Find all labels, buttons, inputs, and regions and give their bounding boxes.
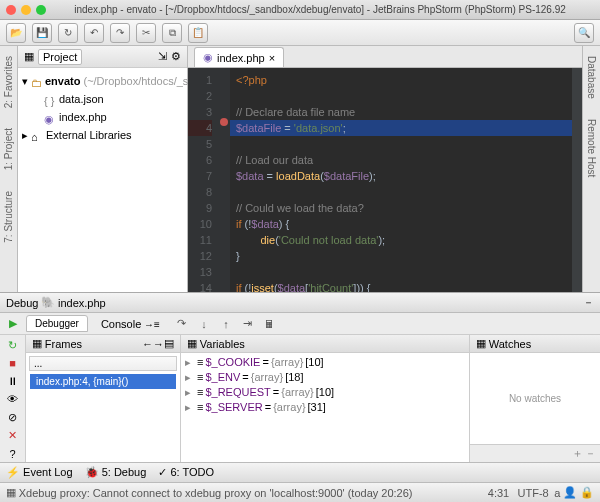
variables-panel: ▦ Variables ▸≡ $_COOKIE = {array} [10] ▸… <box>181 335 470 462</box>
tab-debugger[interactable]: Debugger <box>26 315 88 332</box>
run-to-cursor-button[interactable]: ⇥ <box>239 315 257 333</box>
tree-file-json[interactable]: { } data.json <box>20 90 185 108</box>
minimize-icon[interactable] <box>21 5 31 15</box>
root-label: envato <box>45 73 80 89</box>
frames-panel: ▦ Frames ← → ▤ ... index.php:4, {main}() <box>26 335 181 462</box>
tree-root[interactable]: ▾ 🗀 envato (~/Dropbox/htdocs/_sandbox/xd… <box>20 72 185 90</box>
bottom-toolbar: ⚡ Event Log 🐞 5: Debug ✓ 6: TODO <box>0 462 600 482</box>
editor-tabs: ◉ index.php × <box>188 46 582 68</box>
close-button[interactable]: ✕ <box>3 428 23 444</box>
debug-header: Debug 🐘 index.php － <box>0 293 600 313</box>
chevron-down-icon: ▾ <box>22 73 28 89</box>
collapse-icon[interactable]: ⇲ <box>158 50 167 63</box>
watches-footer: ＋ － <box>470 444 600 462</box>
breakpoint-gutter[interactable] <box>218 68 230 292</box>
todo-button[interactable]: ✓ 6: TODO <box>158 466 214 479</box>
watches-empty: No watches <box>470 353 600 444</box>
minimize-icon[interactable]: － <box>583 295 594 310</box>
zoom-icon[interactable] <box>36 5 46 15</box>
line-gutter: 123 4 567 8910 111213 141516 <box>188 68 218 292</box>
file-label: data.json <box>59 91 104 107</box>
undo-button[interactable]: ↶ <box>84 23 104 43</box>
gear-icon[interactable]: ⚙ <box>171 50 181 63</box>
view-breakpoints-button[interactable]: 👁 <box>3 391 23 407</box>
search-button[interactable]: 🔍 <box>574 23 594 43</box>
step-into-button[interactable]: ↓ <box>195 315 213 333</box>
debug-tool-button[interactable]: 🐞 5: Debug <box>85 466 147 479</box>
remote-host-tab[interactable]: Remote Host <box>586 119 597 177</box>
stop-button[interactable]: ■ <box>3 355 23 371</box>
thread-selector[interactable]: ... <box>29 356 177 371</box>
layout-icon: ▦ <box>32 337 42 350</box>
cut-button[interactable]: ✂ <box>136 23 156 43</box>
frames-title: Frames <box>45 338 82 350</box>
refresh-button[interactable]: ↻ <box>58 23 78 43</box>
code-body[interactable]: <?php // Declare data file name $dataFil… <box>230 68 572 292</box>
layout-icon: ▦ <box>187 337 197 350</box>
close-icon[interactable] <box>6 5 16 15</box>
open-button[interactable]: 📂 <box>6 23 26 43</box>
tree-external[interactable]: ▸ ⌂ External Libraries <box>20 126 185 144</box>
php-icon: ◉ <box>44 111 56 123</box>
var-row[interactable]: ▸≡ $_SERVER = {array} [31] <box>183 400 467 415</box>
help-button[interactable]: ? <box>3 446 23 462</box>
frame-item[interactable]: index.php:4, {main}() <box>30 374 176 389</box>
window-controls <box>6 5 46 15</box>
frames-menu-icon[interactable]: ▤ <box>164 337 174 350</box>
project-tool-tab[interactable]: 1: Project <box>3 128 14 170</box>
remove-watch-button[interactable]: － <box>585 446 596 461</box>
insert-icon[interactable]: a <box>554 487 560 499</box>
project-tree[interactable]: ▾ 🗀 envato (~/Dropbox/htdocs/_sandbox/xd… <box>18 68 187 148</box>
next-frame-button[interactable]: → <box>153 338 164 350</box>
step-over-button[interactable]: ↷ <box>173 315 191 333</box>
encoding[interactable]: UTF-8 <box>518 487 549 499</box>
var-row[interactable]: ▸≡ $_COOKIE = {array} [10] <box>183 355 467 370</box>
error-stripe[interactable] <box>572 68 582 292</box>
mute-breakpoints-button[interactable]: ⊘ <box>3 410 23 426</box>
resume-button[interactable]: ▶ <box>4 315 22 333</box>
breakpoint-icon[interactable] <box>220 118 228 126</box>
step-out-button[interactable]: ↑ <box>217 315 235 333</box>
tab-console[interactable]: Console →≡ <box>92 315 169 333</box>
frames-header: ▦ Frames ← → ▤ <box>26 335 180 353</box>
layout-icon: ▦ <box>476 337 486 350</box>
debug-title: Debug <box>6 297 38 309</box>
project-view-select[interactable]: Project <box>38 49 82 65</box>
variables-title: Variables <box>200 338 245 350</box>
var-row[interactable]: ▸≡ $_REQUEST = {array} [10] <box>183 385 467 400</box>
folder-icon: 🗀 <box>31 75 42 87</box>
close-icon[interactable]: × <box>269 52 275 64</box>
code-editor[interactable]: 123 4 567 8910 111213 141516 <?php // De… <box>188 68 582 292</box>
copy-button[interactable]: ⧉ <box>162 23 182 43</box>
watches-title: Watches <box>489 338 531 350</box>
editor-area: ◉ index.php × 123 4 567 8910 111213 1415… <box>188 46 582 292</box>
redo-button[interactable]: ↷ <box>110 23 130 43</box>
caret-position[interactable]: 4:31 <box>488 487 509 499</box>
paste-button[interactable]: 📋 <box>188 23 208 43</box>
structure-tab[interactable]: 7: Structure <box>3 191 14 243</box>
lock-icon[interactable]: 🔒 <box>580 486 594 499</box>
tree-file-php[interactable]: ◉ index.php <box>20 108 185 126</box>
var-row[interactable]: ▸≡ $_ENV = {array} [18] <box>183 370 467 385</box>
frames-list[interactable]: ... index.php:4, {main}() <box>26 353 180 462</box>
add-watch-button[interactable]: ＋ <box>572 446 583 461</box>
watches-panel: ▦ Watches No watches ＋ － <box>470 335 600 462</box>
hector-icon[interactable]: 👤 <box>563 486 577 499</box>
tab-index-php[interactable]: ◉ index.php × <box>194 47 284 67</box>
chevron-right-icon: ▸ <box>22 127 28 143</box>
prev-frame-button[interactable]: ← <box>142 338 153 350</box>
debug-tabbar: ▶ Debugger Console →≡ ↷ ↓ ↑ ⇥ 🖩 <box>0 313 600 335</box>
main-area: 2: Favorites 1: Project 7: Structure ▦ P… <box>0 46 600 292</box>
event-log-button[interactable]: ⚡ Event Log <box>6 466 73 479</box>
pause-button[interactable]: ⏸ <box>3 373 23 389</box>
debug-body: ↻ ■ ⏸ 👁 ⊘ ✕ ? ▦ Frames ← → ▤ ... index.p… <box>0 335 600 462</box>
favorites-tab[interactable]: 2: Favorites <box>3 56 14 108</box>
library-icon: ⌂ <box>31 129 43 141</box>
variables-list[interactable]: ▸≡ $_COOKIE = {array} [10] ▸≡ $_ENV = {a… <box>181 353 469 462</box>
titlebar: index.php - envato - [~/Dropbox/htdocs/_… <box>0 0 600 20</box>
rerun-button[interactable]: ↻ <box>3 337 23 353</box>
evaluate-button[interactable]: 🖩 <box>261 315 279 333</box>
debug-panel: Debug 🐘 index.php － ▶ Debugger Console →… <box>0 292 600 462</box>
save-button[interactable]: 💾 <box>32 23 52 43</box>
database-tab[interactable]: Database <box>586 56 597 99</box>
